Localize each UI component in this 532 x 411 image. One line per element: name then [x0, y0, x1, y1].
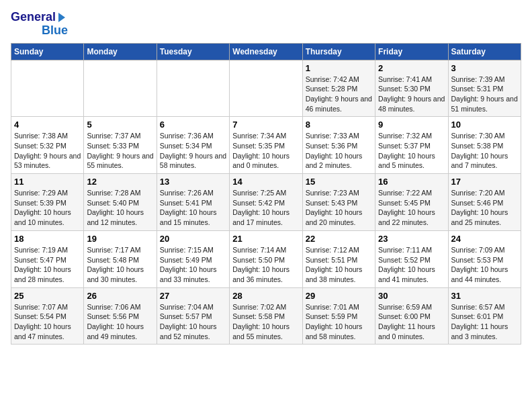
- day-info: Sunrise: 7:06 AMSunset: 5:56 PMDaylight:…: [87, 302, 153, 342]
- calendar-cell: 23Sunrise: 7:11 AMSunset: 5:52 PMDayligh…: [375, 230, 448, 287]
- day-header-monday: Monday: [84, 43, 157, 60]
- week-row-1: 1Sunrise: 7:42 AMSunset: 5:28 PMDaylight…: [11, 60, 521, 117]
- calendar-cell: 8Sunrise: 7:33 AMSunset: 5:36 PMDaylight…: [302, 117, 375, 174]
- calendar-cell: 19Sunrise: 7:17 AMSunset: 5:48 PMDayligh…: [84, 230, 157, 287]
- calendar-body: 1Sunrise: 7:42 AMSunset: 5:28 PMDaylight…: [11, 60, 521, 345]
- day-header-tuesday: Tuesday: [157, 43, 229, 60]
- calendar-table: SundayMondayTuesdayWednesdayThursdayFrid…: [11, 43, 521, 345]
- day-number: 13: [160, 177, 226, 187]
- day-number: 28: [232, 291, 299, 301]
- calendar-cell: 21Sunrise: 7:14 AMSunset: 5:50 PMDayligh…: [230, 230, 302, 287]
- week-row-5: 25Sunrise: 7:07 AMSunset: 5:54 PMDayligh…: [11, 287, 521, 345]
- day-info: Sunrise: 7:20 AMSunset: 5:46 PMDaylight:…: [451, 188, 518, 228]
- day-info: Sunrise: 7:39 AMSunset: 5:31 PMDaylight:…: [451, 75, 518, 114]
- calendar-cell: 1Sunrise: 7:42 AMSunset: 5:28 PMDaylight…: [302, 60, 375, 117]
- day-number: 3: [451, 63, 518, 73]
- day-info: Sunrise: 7:25 AMSunset: 5:42 PMDaylight:…: [232, 188, 299, 228]
- calendar-cell: 30Sunrise: 6:59 AMSunset: 6:00 PMDayligh…: [375, 287, 448, 345]
- day-info: Sunrise: 7:32 AMSunset: 5:37 PMDaylight:…: [378, 131, 445, 171]
- calendar-cell: 3Sunrise: 7:39 AMSunset: 5:31 PMDaylight…: [448, 60, 521, 117]
- day-number: 23: [378, 234, 445, 244]
- day-info: Sunrise: 7:38 AMSunset: 5:32 PMDaylight:…: [14, 131, 81, 171]
- day-number: 15: [306, 177, 372, 187]
- calendar-cell: 6Sunrise: 7:36 AMSunset: 5:34 PMDaylight…: [157, 117, 229, 174]
- day-header-saturday: Saturday: [448, 43, 521, 60]
- calendar-cell: 5Sunrise: 7:37 AMSunset: 5:33 PMDaylight…: [84, 117, 157, 174]
- day-info: Sunrise: 7:19 AMSunset: 5:47 PMDaylight:…: [14, 245, 81, 285]
- day-info: Sunrise: 7:30 AMSunset: 5:38 PMDaylight:…: [451, 131, 518, 171]
- day-info: Sunrise: 7:36 AMSunset: 5:34 PMDaylight:…: [160, 131, 226, 171]
- day-info: Sunrise: 7:29 AMSunset: 5:39 PMDaylight:…: [14, 188, 81, 228]
- logo-arrow-icon: [56, 11, 68, 24]
- calendar-cell: 7Sunrise: 7:34 AMSunset: 5:35 PMDaylight…: [230, 117, 302, 174]
- day-number: 16: [378, 177, 445, 187]
- calendar-cell: 25Sunrise: 7:07 AMSunset: 5:54 PMDayligh…: [11, 287, 84, 345]
- day-number: 7: [232, 120, 299, 130]
- day-number: 6: [160, 120, 226, 130]
- day-info: Sunrise: 7:37 AMSunset: 5:33 PMDaylight:…: [87, 131, 153, 171]
- day-info: Sunrise: 7:17 AMSunset: 5:48 PMDaylight:…: [87, 245, 153, 285]
- week-row-2: 4Sunrise: 7:38 AMSunset: 5:32 PMDaylight…: [11, 117, 521, 174]
- calendar-cell: 4Sunrise: 7:38 AMSunset: 5:32 PMDaylight…: [11, 117, 84, 174]
- day-info: Sunrise: 7:34 AMSunset: 5:35 PMDaylight:…: [232, 131, 299, 171]
- day-number: 5: [87, 120, 153, 130]
- day-info: Sunrise: 7:09 AMSunset: 5:53 PMDaylight:…: [451, 245, 518, 285]
- calendar-cell: 13Sunrise: 7:26 AMSunset: 5:41 PMDayligh…: [157, 174, 229, 231]
- calendar-cell: 10Sunrise: 7:30 AMSunset: 5:38 PMDayligh…: [448, 117, 521, 174]
- day-info: Sunrise: 7:41 AMSunset: 5:30 PMDaylight:…: [378, 75, 445, 114]
- calendar-cell: 11Sunrise: 7:29 AMSunset: 5:39 PMDayligh…: [11, 174, 84, 231]
- day-number: 17: [451, 177, 518, 187]
- week-row-3: 11Sunrise: 7:29 AMSunset: 5:39 PMDayligh…: [11, 174, 521, 231]
- day-number: 27: [160, 291, 226, 301]
- calendar-cell: 18Sunrise: 7:19 AMSunset: 5:47 PMDayligh…: [11, 230, 84, 287]
- calendar-cell: 17Sunrise: 7:20 AMSunset: 5:46 PMDayligh…: [448, 174, 521, 231]
- calendar-cell: 26Sunrise: 7:06 AMSunset: 5:56 PMDayligh…: [84, 287, 157, 345]
- logo: General Blue: [11, 11, 68, 38]
- day-number: 19: [87, 234, 153, 244]
- day-number: 24: [451, 234, 518, 244]
- page-header: General Blue: [11, 11, 521, 38]
- day-header-sunday: Sunday: [11, 43, 84, 60]
- calendar-cell: [84, 60, 157, 117]
- day-header-wednesday: Wednesday: [230, 43, 302, 60]
- calendar-cell: 9Sunrise: 7:32 AMSunset: 5:37 PMDaylight…: [375, 117, 448, 174]
- day-info: Sunrise: 7:23 AMSunset: 5:43 PMDaylight:…: [306, 188, 372, 228]
- day-number: 9: [378, 120, 445, 130]
- calendar-cell: [157, 60, 229, 117]
- calendar-cell: 28Sunrise: 7:02 AMSunset: 5:58 PMDayligh…: [230, 287, 302, 345]
- day-number: 1: [306, 63, 372, 73]
- day-info: Sunrise: 7:22 AMSunset: 5:45 PMDaylight:…: [378, 188, 445, 228]
- calendar-cell: 24Sunrise: 7:09 AMSunset: 5:53 PMDayligh…: [448, 230, 521, 287]
- day-number: 4: [14, 120, 81, 130]
- day-number: 21: [232, 234, 299, 244]
- calendar-cell: 29Sunrise: 7:01 AMSunset: 5:59 PMDayligh…: [302, 287, 375, 345]
- logo-blue: Blue: [42, 24, 68, 38]
- calendar-cell: 22Sunrise: 7:12 AMSunset: 5:51 PMDayligh…: [302, 230, 375, 287]
- day-number: 2: [378, 63, 445, 73]
- day-info: Sunrise: 7:28 AMSunset: 5:40 PMDaylight:…: [87, 188, 153, 228]
- day-number: 18: [14, 234, 81, 244]
- day-number: 14: [232, 177, 299, 187]
- week-row-4: 18Sunrise: 7:19 AMSunset: 5:47 PMDayligh…: [11, 230, 521, 287]
- day-info: Sunrise: 7:15 AMSunset: 5:49 PMDaylight:…: [160, 245, 226, 285]
- calendar-cell: 27Sunrise: 7:04 AMSunset: 5:57 PMDayligh…: [157, 287, 229, 345]
- day-header-thursday: Thursday: [302, 43, 375, 60]
- calendar-cell: 15Sunrise: 7:23 AMSunset: 5:43 PMDayligh…: [302, 174, 375, 231]
- day-number: 25: [14, 291, 81, 301]
- calendar-cell: 12Sunrise: 7:28 AMSunset: 5:40 PMDayligh…: [84, 174, 157, 231]
- logo-general: General: [11, 11, 56, 24]
- calendar-cell: 20Sunrise: 7:15 AMSunset: 5:49 PMDayligh…: [157, 230, 229, 287]
- svg-marker-0: [58, 13, 65, 22]
- day-number: 30: [378, 291, 445, 301]
- day-info: Sunrise: 7:14 AMSunset: 5:50 PMDaylight:…: [232, 245, 299, 285]
- day-info: Sunrise: 7:33 AMSunset: 5:36 PMDaylight:…: [306, 131, 372, 171]
- day-info: Sunrise: 7:01 AMSunset: 5:59 PMDaylight:…: [306, 302, 372, 342]
- day-number: 22: [306, 234, 372, 244]
- day-number: 26: [87, 291, 153, 301]
- calendar-cell: 2Sunrise: 7:41 AMSunset: 5:30 PMDaylight…: [375, 60, 448, 117]
- day-info: Sunrise: 6:57 AMSunset: 6:01 PMDaylight:…: [451, 302, 518, 342]
- day-info: Sunrise: 6:59 AMSunset: 6:00 PMDaylight:…: [378, 302, 445, 342]
- calendar-cell: 16Sunrise: 7:22 AMSunset: 5:45 PMDayligh…: [375, 174, 448, 231]
- calendar-cell: [230, 60, 302, 117]
- day-number: 12: [87, 177, 153, 187]
